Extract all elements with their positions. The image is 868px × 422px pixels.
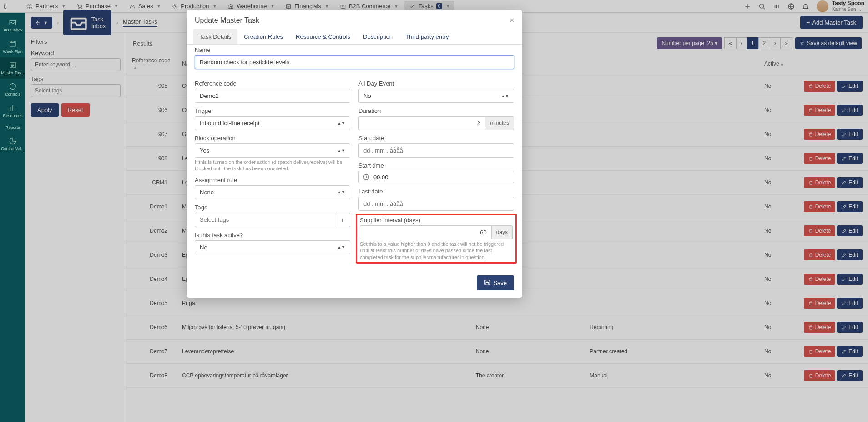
name-input[interactable] bbox=[195, 55, 514, 69]
start-time-input[interactable]: 09.00 bbox=[358, 171, 514, 183]
modal-tags-label: Tags bbox=[195, 204, 350, 211]
duration-input[interactable] bbox=[358, 116, 485, 130]
duration-label: Duration bbox=[358, 107, 514, 114]
start-date-input[interactable] bbox=[358, 143, 514, 158]
tab-third-party-entry[interactable]: Third-party entry bbox=[399, 29, 455, 44]
supplier-input[interactable] bbox=[360, 225, 492, 239]
duration-unit: minutes bbox=[485, 116, 514, 130]
supplier-help: Set this to a value higher than 0 and th… bbox=[360, 241, 513, 260]
block-help: If this is turned on the order action (d… bbox=[195, 159, 350, 172]
close-icon[interactable]: × bbox=[510, 16, 514, 25]
last-date-label: Last date bbox=[358, 188, 514, 195]
trigger-label: Trigger bbox=[195, 107, 350, 114]
supplier-label: Supplier interval (days) bbox=[360, 217, 513, 224]
tab-task-details[interactable]: Task Details bbox=[193, 29, 237, 44]
reference-input[interactable] bbox=[195, 89, 350, 103]
start-date-label: Start date bbox=[358, 135, 514, 142]
add-tag-button[interactable]: + bbox=[335, 213, 350, 227]
save-button[interactable]: Save bbox=[477, 275, 514, 290]
save-icon bbox=[484, 279, 490, 287]
supplier-unit: days bbox=[492, 225, 513, 239]
update-task-modal: Update Master Task × Task DetailsCreatio… bbox=[187, 10, 522, 298]
start-time-label: Start time bbox=[358, 162, 514, 169]
tab-creation-rules[interactable]: Creation Rules bbox=[237, 29, 289, 44]
clock-icon bbox=[363, 173, 370, 181]
assignment-select[interactable]: None▲▼ bbox=[195, 185, 350, 199]
block-label: Block operation bbox=[195, 135, 350, 142]
modal-title: Update Master Task bbox=[195, 16, 259, 25]
name-label: Name bbox=[195, 46, 514, 53]
tab-resource---controls[interactable]: Resource & Controls bbox=[289, 29, 357, 44]
last-date-input[interactable] bbox=[358, 197, 514, 211]
reference-label: Reference code bbox=[195, 80, 350, 87]
modal-tags-input[interactable] bbox=[195, 213, 335, 227]
assignment-label: Assignment rule bbox=[195, 177, 350, 183]
block-select[interactable]: Yes▲▼ bbox=[195, 143, 350, 158]
active-label: Is this task active? bbox=[195, 232, 350, 239]
active-select[interactable]: No▲▼ bbox=[195, 240, 350, 254]
allday-select[interactable]: No▲▼ bbox=[358, 89, 514, 103]
trigger-select[interactable]: Inbound lot-line receipt▲▼ bbox=[195, 116, 350, 130]
allday-label: All Day Event bbox=[358, 80, 514, 87]
tab-description[interactable]: Description bbox=[357, 29, 399, 44]
modal-overlay: Update Master Task × Task DetailsCreatio… bbox=[0, 0, 868, 422]
supplier-interval-highlight: Supplier interval (days) days Set this t… bbox=[356, 214, 517, 264]
